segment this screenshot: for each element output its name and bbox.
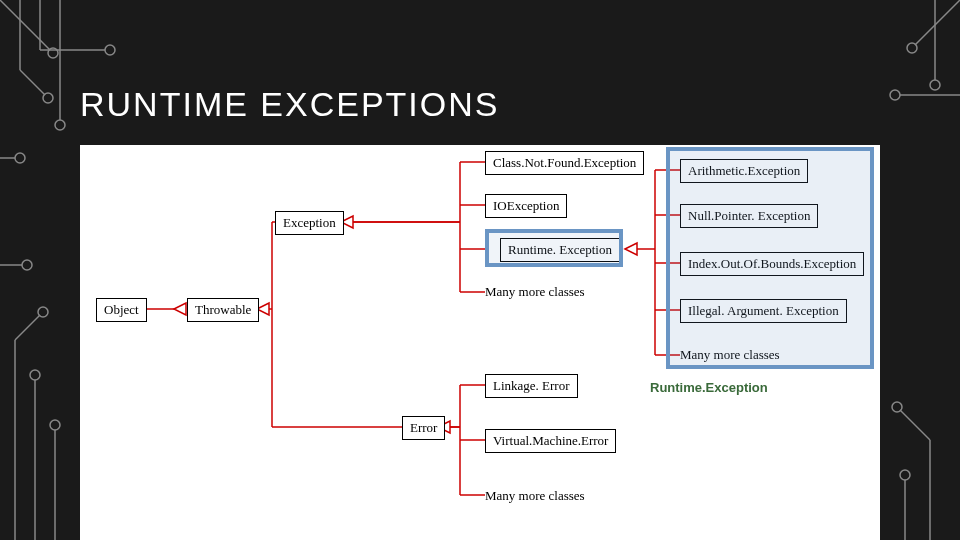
svg-point-26 <box>890 90 900 100</box>
hierarchy-diagram: Object Throwable Exception Error Class.N… <box>80 145 880 540</box>
svg-line-21 <box>915 0 960 45</box>
svg-point-16 <box>38 307 48 317</box>
svg-point-18 <box>30 370 40 380</box>
node-exception: Exception <box>275 211 344 235</box>
highlight-subclasses <box>666 147 874 369</box>
node-vmerror: Virtual.Machine.Error <box>485 429 616 453</box>
svg-point-9 <box>55 120 65 130</box>
svg-point-13 <box>22 260 32 270</box>
svg-point-31 <box>892 402 902 412</box>
svg-marker-33 <box>174 303 186 315</box>
node-error: Error <box>402 416 445 440</box>
node-ioexception: IOException <box>485 194 567 218</box>
highlight-runtime <box>485 229 623 267</box>
svg-point-1 <box>48 48 58 58</box>
node-object: Object <box>96 298 147 322</box>
svg-point-11 <box>15 153 25 163</box>
node-more2: Many more classes <box>485 488 585 504</box>
svg-point-28 <box>900 470 910 480</box>
caption: Runtime.Exception <box>650 380 768 395</box>
svg-line-30 <box>900 410 930 440</box>
svg-point-22 <box>907 43 917 53</box>
page-title: RUNTIME EXCEPTIONS <box>80 85 499 124</box>
node-classnotfound: Class.Not.Found.Exception <box>485 151 644 175</box>
svg-point-20 <box>50 420 60 430</box>
node-linkage: Linkage. Error <box>485 374 578 398</box>
node-more1: Many more classes <box>485 284 585 300</box>
svg-point-4 <box>43 93 53 103</box>
svg-line-3 <box>20 70 45 95</box>
svg-line-15 <box>15 315 40 340</box>
svg-line-0 <box>0 0 50 50</box>
svg-point-7 <box>105 45 115 55</box>
svg-marker-56 <box>625 243 637 255</box>
svg-point-24 <box>930 80 940 90</box>
node-throwable: Throwable <box>187 298 259 322</box>
